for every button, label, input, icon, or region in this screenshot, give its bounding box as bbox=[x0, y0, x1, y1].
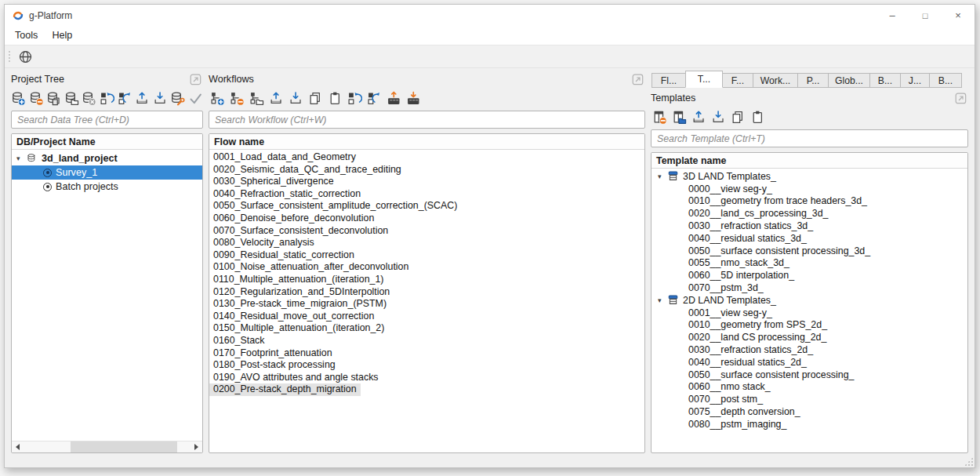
template-item[interactable]: 0040__residual statics_2d_ bbox=[652, 356, 967, 369]
database-settings-icon[interactable] bbox=[170, 89, 186, 107]
workflow-item[interactable]: 0150_Multiple_attenuation_(iteration_2) bbox=[209, 322, 644, 335]
workflow-item[interactable]: 0190_AVO attributes and angle stacks bbox=[209, 372, 644, 384]
scroll-right-button[interactable] bbox=[191, 441, 202, 452]
template-item[interactable]: 0020__land_cs_processing_3d_ bbox=[652, 207, 967, 220]
import-archive-icon[interactable] bbox=[405, 89, 422, 107]
remove-workflow-icon[interactable] bbox=[228, 89, 245, 107]
workflow-item[interactable]: 0090_Residual_static_correction bbox=[209, 249, 644, 262]
workflow-item[interactable]: 0001_Load_data_and_Geometry bbox=[209, 151, 644, 164]
import-workflow-icon[interactable] bbox=[287, 89, 304, 107]
dock-tab-8[interactable]: B... bbox=[929, 73, 962, 88]
scrollbar-track[interactable] bbox=[24, 441, 191, 452]
dock-tab-5[interactable]: Glob... bbox=[828, 73, 870, 88]
menu-item-tools[interactable]: Tools bbox=[8, 26, 45, 45]
workflow-item[interactable]: 0070_Surface_consistent_deconvolution bbox=[209, 225, 644, 238]
project-tree-column-header[interactable]: DB/Project Name bbox=[12, 134, 202, 150]
menu-item-help[interactable]: Help bbox=[45, 26, 79, 45]
template-item[interactable]: 0060__nmo stack_ bbox=[652, 381, 967, 394]
dock-tab-2[interactable]: F... bbox=[722, 73, 753, 88]
scrollbar-thumb[interactable] bbox=[71, 441, 177, 452]
template-item[interactable]: 0050__surface consistent processing_3d_ bbox=[652, 245, 967, 257]
template-item[interactable]: 0055__nmo_stack_3d_ bbox=[652, 257, 967, 270]
templates-column-header[interactable]: Template name bbox=[652, 153, 967, 169]
template-group[interactable]: ▾2D LAND Templates_ bbox=[652, 294, 967, 307]
resize-grip[interactable] bbox=[964, 457, 973, 466]
template-item[interactable]: 0040__residual statics_3d_ bbox=[652, 232, 967, 245]
copy-template-icon[interactable] bbox=[729, 108, 746, 125]
expander-icon[interactable]: ▾ bbox=[16, 154, 24, 162]
redo-icon[interactable] bbox=[365, 89, 383, 107]
dock-tab-3[interactable]: Work... bbox=[753, 73, 798, 88]
workflow-item[interactable]: 0200_Pre-stack_depth_migration bbox=[209, 383, 361, 396]
template-item[interactable]: 0075__depth conversion_ bbox=[652, 405, 967, 418]
template-item[interactable]: 0001__view seg-y_ bbox=[652, 307, 967, 319]
template-item[interactable]: 0000__view seg-y_ bbox=[652, 183, 967, 195]
expander-icon[interactable]: ▾ bbox=[658, 173, 666, 180]
project-tree-item[interactable]: Batch projects bbox=[12, 180, 202, 194]
open-workflow-icon[interactable] bbox=[248, 89, 265, 107]
workflow-item[interactable]: 0050_Surface_consistent_amplitude_correc… bbox=[209, 200, 644, 213]
workflow-item[interactable]: 0120_Regularization_and_5DInterpoltion bbox=[209, 286, 644, 299]
template-item[interactable]: 0010__geometry from SPS_2d_ bbox=[652, 319, 967, 332]
paste-workflow-icon[interactable] bbox=[326, 89, 343, 107]
project-search-input[interactable] bbox=[11, 111, 203, 129]
dock-tab-1[interactable]: T... bbox=[685, 71, 723, 88]
export-template-icon[interactable] bbox=[690, 108, 707, 125]
workflow-item[interactable]: 0040_Refraction_static_correction bbox=[209, 188, 644, 201]
copy-database-icon[interactable] bbox=[46, 89, 62, 107]
open-template-icon[interactable] bbox=[670, 108, 688, 125]
project-tree-item[interactable]: ▾3d_land_project bbox=[12, 151, 202, 165]
validate-icon[interactable] bbox=[187, 89, 203, 107]
template-item[interactable]: 0020__land CS processing_2d_ bbox=[652, 331, 967, 343]
workflow-item[interactable]: 0170_Footprint_attenuation bbox=[209, 347, 644, 360]
undo-icon[interactable] bbox=[100, 89, 115, 107]
workflow-item[interactable]: 0080_Velocity_analysis bbox=[209, 237, 644, 249]
workflow-item[interactable]: 0030_Spherical_divergence bbox=[209, 176, 644, 188]
export-archive-icon[interactable] bbox=[385, 89, 402, 107]
undo-icon[interactable] bbox=[346, 89, 363, 107]
float-panel-icon[interactable] bbox=[955, 93, 967, 104]
template-search-input[interactable] bbox=[651, 129, 968, 147]
globe-icon[interactable] bbox=[16, 48, 34, 65]
dock-tab-6[interactable]: B... bbox=[869, 73, 901, 88]
paste-template-icon[interactable] bbox=[749, 108, 766, 125]
export-workflow-icon[interactable] bbox=[267, 89, 285, 107]
add-workflow-icon[interactable] bbox=[209, 89, 226, 107]
workflow-item[interactable]: 0100_Noise_attenuation_after_deconvoluti… bbox=[209, 261, 644, 274]
workflow-item[interactable]: 0130_Pre-stack_time_migraion_(PSTM) bbox=[209, 298, 644, 311]
template-item[interactable]: 0070__post stm_ bbox=[652, 393, 967, 405]
template-item[interactable]: 0030__refraction statics_2d_ bbox=[652, 343, 967, 356]
float-panel-icon[interactable] bbox=[632, 74, 644, 85]
expander-icon[interactable]: ▾ bbox=[658, 296, 666, 304]
template-item[interactable]: 0030__refraction statics_3d_ bbox=[652, 220, 967, 232]
dock-tab-7[interactable]: J... bbox=[900, 73, 930, 88]
dock-tab-0[interactable]: Fl... bbox=[652, 73, 686, 88]
workflow-search-input[interactable] bbox=[209, 111, 645, 129]
import-template-icon[interactable] bbox=[710, 108, 727, 125]
export-database-icon[interactable] bbox=[135, 89, 151, 107]
redo-icon[interactable] bbox=[117, 89, 132, 107]
workflow-item[interactable]: 0180_Post-stack processing bbox=[209, 359, 644, 372]
template-item[interactable]: 0070__pstm_3d_ bbox=[652, 282, 967, 294]
remove-database-icon[interactable] bbox=[29, 89, 45, 107]
workflow-item[interactable]: 0110_Multiple_attenuation_(iteration_1) bbox=[209, 274, 644, 286]
workflow-item[interactable]: 0060_Denoise_before_deconvolution bbox=[209, 213, 644, 225]
remove-template-icon[interactable] bbox=[651, 108, 668, 125]
minimize-button[interactable]: – bbox=[876, 5, 909, 26]
close-database-icon[interactable] bbox=[82, 89, 97, 107]
toolbar-grip[interactable] bbox=[8, 50, 12, 64]
close-button[interactable]: × bbox=[942, 5, 975, 26]
scroll-left-button[interactable] bbox=[12, 441, 24, 452]
project-tree-item[interactable]: Survey_1 bbox=[12, 165, 202, 180]
template-item[interactable]: 0080__pstm_imaging_ bbox=[652, 418, 967, 431]
workflows-column-header[interactable]: Flow name bbox=[209, 134, 644, 150]
workflow-item[interactable]: 0160_Stack bbox=[209, 335, 644, 347]
horizontal-scrollbar[interactable] bbox=[12, 441, 202, 452]
add-database-icon[interactable] bbox=[11, 89, 27, 107]
template-item[interactable]: 0060__5D interpolation_ bbox=[652, 269, 967, 282]
dock-tab-4[interactable]: P... bbox=[797, 73, 829, 88]
copy-workflow-icon[interactable] bbox=[307, 89, 324, 107]
workflow-item[interactable]: 0020_Seismic_data_QC_and_trace_editing bbox=[209, 164, 644, 176]
workflow-item[interactable]: 0140_Residual_move_out_correction bbox=[209, 311, 644, 323]
template-item[interactable]: 0050__surface consistent processing_ bbox=[652, 369, 967, 381]
